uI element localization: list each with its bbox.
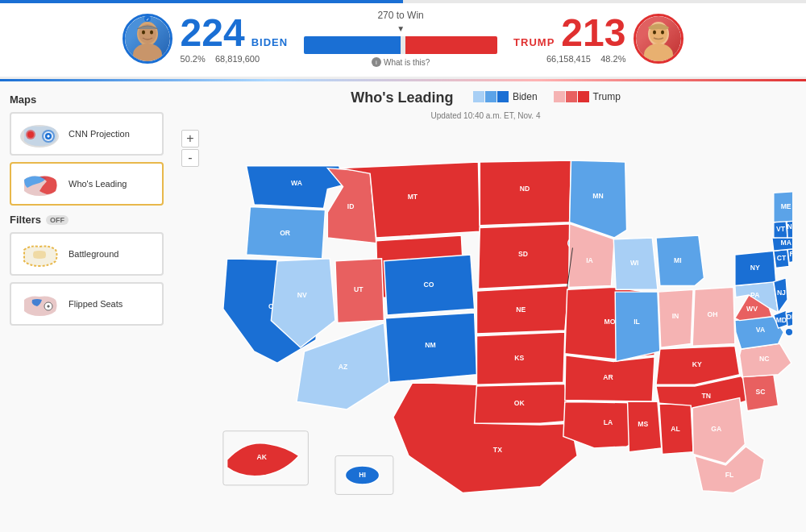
svg-point-10 xyxy=(653,30,656,34)
trump-stats: 66,158,415 48.2% xyxy=(513,54,625,64)
cnn-projection-thumb xyxy=(18,118,62,149)
state-DE[interactable] xyxy=(786,310,792,326)
state-NY[interactable] xyxy=(734,251,775,285)
flipped-seats-option[interactable]: Flipped Seats xyxy=(10,282,164,326)
cnn-projection-label: CNN Projection xyxy=(69,129,130,139)
biden-stats: 50.2% 68,819,600 xyxy=(181,54,289,64)
biden-section: ✓ 224 BIDEN 50.2% 68,819,600 xyxy=(123,14,289,64)
trump-name: TRUMP xyxy=(513,36,555,48)
state-OK[interactable] xyxy=(474,384,569,423)
state-CT[interactable] xyxy=(773,249,788,268)
whos-leading-label: Who's Leading xyxy=(69,179,127,189)
state-OR[interactable] xyxy=(246,207,325,259)
trump-votes: 66,158,415 xyxy=(546,54,591,64)
state-MN[interactable] xyxy=(569,160,626,238)
state-AL[interactable] xyxy=(659,403,692,454)
flipped-seats-label: Flipped Seats xyxy=(69,299,123,309)
center-section: 270 to Win ▼ i What is this? xyxy=(288,10,513,67)
map-header: Who's Leading Biden Trum xyxy=(173,89,798,106)
trump-lean-color xyxy=(566,91,577,102)
zoom-controls: + - xyxy=(181,130,199,167)
state-WI[interactable] xyxy=(613,238,658,289)
svg-point-9 xyxy=(644,44,673,61)
trump-legend-label: Trump xyxy=(593,91,621,102)
biden-name: BIDEN xyxy=(251,36,288,48)
biden-legend-colors xyxy=(473,91,509,102)
header: ✓ 224 BIDEN 50.2% 68,819,600 270 to Win … xyxy=(0,0,806,79)
battleground-label: Battleground xyxy=(69,249,118,259)
svg-point-11 xyxy=(661,30,664,34)
main-content: Maps CNN Projection xyxy=(0,81,806,509)
map-title: Who's Leading xyxy=(351,89,453,106)
trump-toss-color xyxy=(554,91,565,102)
state-MI[interactable] xyxy=(656,235,704,285)
state-HI[interactable] xyxy=(345,466,379,484)
legend: Biden Trump xyxy=(473,91,621,102)
svg-point-2 xyxy=(133,44,162,61)
trump-strong-color xyxy=(578,91,589,102)
sidebar: Maps CNN Projection xyxy=(0,81,173,509)
us-map: WA OR CA ID MT WY NV UT CO xyxy=(180,123,792,502)
biden-avatar-image: ✓ xyxy=(125,16,170,61)
state-NM[interactable] xyxy=(385,313,476,382)
state-WA[interactable] xyxy=(246,166,343,209)
biden-lean-color xyxy=(485,91,496,102)
zoom-out-button[interactable]: - xyxy=(181,149,199,167)
win-arrow: ▼ xyxy=(397,24,405,33)
progress-biden xyxy=(304,36,401,54)
trump-pct: 48.2% xyxy=(600,54,625,64)
whos-leading-thumb xyxy=(18,168,62,199)
trump-ev: 213 xyxy=(561,14,625,52)
state-GA[interactable] xyxy=(692,398,745,464)
filters-title: Filters OFF xyxy=(10,214,164,226)
state-ME[interactable] xyxy=(773,191,791,222)
biden-toss-color xyxy=(473,91,484,102)
state-DC[interactable] xyxy=(785,328,792,336)
biden-pct: 50.2% xyxy=(181,54,206,64)
biden-avatar: ✓ xyxy=(123,14,172,64)
maps-title: Maps xyxy=(10,94,164,106)
svg-point-4 xyxy=(150,30,153,34)
progress-trump xyxy=(405,36,497,54)
svg-point-3 xyxy=(142,30,145,34)
header-top-bar xyxy=(0,0,806,3)
state-MS[interactable] xyxy=(627,401,661,451)
trump-info: 213 TRUMP 66,158,415 48.2% xyxy=(513,14,625,64)
state-VT[interactable] xyxy=(773,221,787,238)
zoom-in-button[interactable]: + xyxy=(181,130,199,148)
biden-legend: Biden xyxy=(473,91,538,102)
progress-bar xyxy=(304,36,497,54)
state-IN[interactable] xyxy=(658,289,692,347)
battleground-thumb xyxy=(18,239,62,269)
state-IL[interactable] xyxy=(615,292,660,361)
cnn-projection-option[interactable]: CNN Projection xyxy=(10,112,164,156)
biden-strong-color xyxy=(497,91,509,102)
state-SC[interactable] xyxy=(742,375,778,411)
state-NE[interactable] xyxy=(476,285,568,333)
state-OH[interactable] xyxy=(692,287,735,346)
state-AR[interactable] xyxy=(564,355,654,402)
state-CO[interactable] xyxy=(384,255,474,315)
what-is-this[interactable]: i What is this? xyxy=(372,57,430,67)
what-is-this-text: What is this? xyxy=(384,58,430,67)
biden-votes: 68,819,600 xyxy=(215,54,260,64)
map-updated: Updated 10:40 a.m. ET, Nov. 4 xyxy=(173,111,798,120)
trump-avatar xyxy=(634,14,683,64)
trump-avatar-image xyxy=(636,16,681,61)
battleground-option[interactable]: Battleground xyxy=(10,232,164,276)
state-KS[interactable] xyxy=(476,332,564,384)
flipped-seats-thumb xyxy=(18,289,62,319)
state-ND[interactable] xyxy=(480,160,571,226)
state-SD[interactable] xyxy=(478,224,571,289)
trump-legend-colors xyxy=(554,91,589,102)
win-line: 270 to Win ▼ xyxy=(377,10,423,33)
info-icon: i xyxy=(372,57,381,67)
state-AK[interactable] xyxy=(226,443,298,476)
biden-ev: 224 xyxy=(181,14,245,52)
whos-leading-option[interactable]: Who's Leading xyxy=(10,162,164,206)
map-area: Who's Leading Biden Trum xyxy=(173,81,806,509)
state-UT[interactable] xyxy=(334,259,383,323)
filters-title-text: Filters xyxy=(10,214,41,226)
trump-section: 213 TRUMP 66,158,415 48.2% xyxy=(513,14,683,64)
svg-text:✓: ✓ xyxy=(146,17,149,22)
